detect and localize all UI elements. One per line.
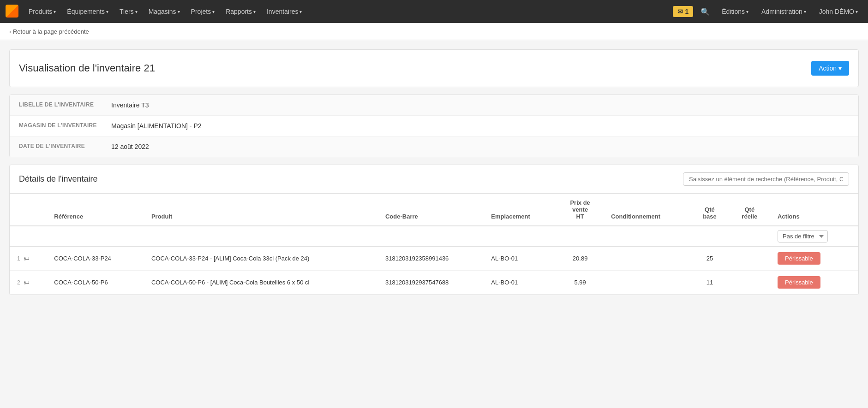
th-emplacement: Emplacement <box>484 194 557 226</box>
info-row-libelle: LIBELLE DE L'INVENTAIRE Inventaire T3 <box>10 95 858 116</box>
chevron-down-icon: ▾ <box>106 9 108 14</box>
chevron-down-icon: ▾ <box>54 9 56 14</box>
page-title: Visualisation de l'inventaire 21 <box>19 62 155 74</box>
nav-produits-label: Produits <box>29 8 52 15</box>
row-num: 2 🏷 <box>10 271 47 295</box>
nav-editions[interactable]: Éditions ▾ <box>717 5 753 18</box>
nav-equipements[interactable]: Équipements ▾ <box>62 5 113 18</box>
nav-administration[interactable]: Administration ▾ <box>757 5 811 18</box>
th-conditionnement: Conditionnement <box>604 194 690 226</box>
th-qte-base: Qtébase <box>690 194 729 226</box>
table-row: 1 🏷 COCA-COLA-33-P24 COCA-COLA-33-P24 - … <box>10 247 858 271</box>
nav-projets[interactable]: Projets ▾ <box>186 5 220 18</box>
th-produit: Produit <box>144 194 378 226</box>
th-actions: Actions <box>770 194 858 226</box>
filter-empty <box>10 226 770 247</box>
row-codebarre: 3181203192937547688 <box>378 271 484 295</box>
perishable-button[interactable]: Périssable <box>778 276 820 289</box>
title-section: Visualisation de l'inventaire 21 Action … <box>9 49 859 87</box>
details-section: Détails de l'inventaire Référence Produi… <box>9 165 859 295</box>
tag-icon: 🏷 <box>24 279 30 286</box>
info-row-date: DATE DE L'INVENTAIRE 12 août 2022 <box>10 136 858 157</box>
nav-inventaires-label: Inventaires <box>267 8 298 15</box>
th-prix: Prix deventeHT <box>557 194 604 226</box>
details-search-input[interactable] <box>683 172 849 186</box>
chevron-down-icon: ▾ <box>856 9 858 14</box>
row-codebarre: 3181203192358991436 <box>378 247 484 271</box>
chevron-down-icon: ▾ <box>178 9 180 14</box>
info-label-libelle: LIBELLE DE L'INVENTAIRE <box>19 101 111 109</box>
nav-editions-label: Éditions <box>722 8 745 15</box>
details-header: Détails de l'inventaire <box>10 165 858 194</box>
th-codebarre: Code-Barre <box>378 194 484 226</box>
nav-magasins-label: Magasins <box>149 8 176 15</box>
navbar-right: ✉ 1 🔍 Éditions ▾ Administration ▾ John D… <box>673 5 862 18</box>
nav-magasins[interactable]: Magasins ▾ <box>144 5 185 18</box>
row-conditionnement <box>604 271 690 295</box>
chevron-down-icon: ▾ <box>746 9 748 14</box>
chevron-down-icon: ▾ <box>135 9 138 14</box>
brand-icon <box>6 5 18 18</box>
nav-equipements-label: Équipements <box>67 8 105 15</box>
filter-row: Pas de filtre <box>10 226 858 247</box>
row-reference: COCA-COLA-50-P6 <box>47 271 144 295</box>
row-prix: 20.89 <box>557 247 604 271</box>
info-value-magasin: Magasin [ALIMENTATION] - P2 <box>111 122 849 130</box>
info-value-libelle: Inventaire T3 <box>111 101 849 109</box>
mail-count: 1 <box>685 8 688 15</box>
action-button[interactable]: Action ▾ <box>811 61 849 76</box>
brand-logo[interactable] <box>6 5 18 19</box>
back-bar: ‹ Retour à la page précédente <box>0 23 868 40</box>
row-reference: COCA-COLA-33-P24 <box>47 247 144 271</box>
nav-tiers-label: Tiers <box>120 8 134 15</box>
filter-cell: Pas de filtre <box>770 226 858 247</box>
search-icon[interactable]: 🔍 <box>697 6 713 18</box>
table-container: Référence Produit Code-Barre Emplacement… <box>10 194 858 295</box>
nav-produits[interactable]: Produits ▾ <box>24 5 60 18</box>
th-qte-reelle: Qtéréelle <box>729 194 770 226</box>
row-actions: Périssable <box>770 247 858 271</box>
page-content: Visualisation de l'inventaire 21 Action … <box>0 40 868 304</box>
nav-projets-label: Projets <box>191 8 211 15</box>
nav-user[interactable]: John DÉMO ▾ <box>814 5 862 18</box>
nav-tiers[interactable]: Tiers ▾ <box>115 5 142 18</box>
row-conditionnement <box>604 247 690 271</box>
filter-select[interactable]: Pas de filtre <box>778 230 828 242</box>
chevron-down-icon: ▾ <box>212 9 215 14</box>
row-qte-reelle <box>729 271 770 295</box>
row-qte-base: 11 <box>690 271 729 295</box>
row-produit: COCA-COLA-50-P6 - [ALIM] Coca-Cola Boute… <box>144 271 378 295</box>
row-actions: Périssable <box>770 271 858 295</box>
row-num: 1 🏷 <box>10 247 47 271</box>
inventory-table: Référence Produit Code-Barre Emplacement… <box>10 194 858 295</box>
nav-user-label: John DÉMO <box>819 8 854 15</box>
info-section: LIBELLE DE L'INVENTAIRE Inventaire T3 MA… <box>9 95 859 157</box>
row-emplacement: AL-BO-01 <box>484 247 557 271</box>
navbar: Produits ▾ Équipements ▾ Tiers ▾ Magasin… <box>0 0 868 23</box>
row-prix: 5.99 <box>557 271 604 295</box>
table-row: 2 🏷 COCA-COLA-50-P6 COCA-COLA-50-P6 - [A… <box>10 271 858 295</box>
nav-inventaires[interactable]: Inventaires ▾ <box>262 5 306 18</box>
nav-administration-label: Administration <box>761 8 802 15</box>
nav-rapports-label: Rapports <box>226 8 252 15</box>
th-num <box>10 194 47 226</box>
back-link[interactable]: ‹ Retour à la page précédente <box>9 28 89 35</box>
info-label-date: DATE DE L'INVENTAIRE <box>19 143 111 150</box>
info-label-magasin: MAGASIN DE L'INVENTAIRE <box>19 122 111 130</box>
info-value-date: 12 août 2022 <box>111 143 849 150</box>
nav-rapports[interactable]: Rapports ▾ <box>221 5 260 18</box>
chevron-down-icon: ▾ <box>804 9 806 14</box>
mail-button[interactable]: ✉ 1 <box>673 6 693 17</box>
perishable-button[interactable]: Périssable <box>778 252 820 265</box>
row-qte-base: 25 <box>690 247 729 271</box>
tag-icon: 🏷 <box>24 255 30 262</box>
row-qte-reelle <box>729 247 770 271</box>
chevron-down-icon: ▾ <box>253 9 256 14</box>
row-emplacement: AL-BO-01 <box>484 271 557 295</box>
chevron-down-icon: ▾ <box>299 9 302 14</box>
row-produit: COCA-COLA-33-P24 - [ALIM] Coca-Cola 33cl… <box>144 247 378 271</box>
details-title: Détails de l'inventaire <box>19 174 98 184</box>
th-reference: Référence <box>47 194 144 226</box>
table-header-row: Référence Produit Code-Barre Emplacement… <box>10 194 858 226</box>
info-row-magasin: MAGASIN DE L'INVENTAIRE Magasin [ALIMENT… <box>10 116 858 136</box>
